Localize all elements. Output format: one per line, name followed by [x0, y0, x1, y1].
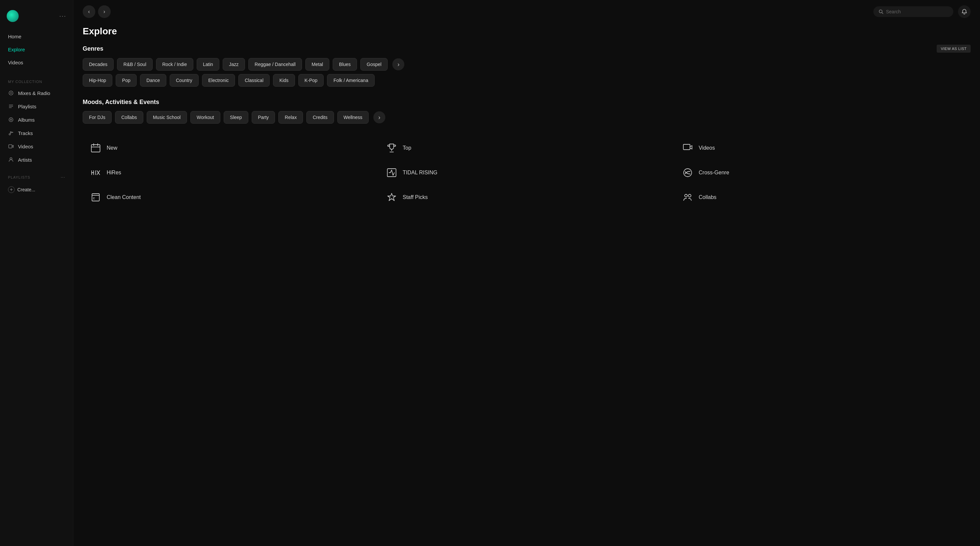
- view-as-list-button[interactable]: VIEW AS LIST: [937, 45, 970, 53]
- playlists-section: PLAYLISTS ··· + Create...: [0, 172, 73, 196]
- genres-row1-next-button[interactable]: ›: [392, 58, 404, 70]
- moods-next-button[interactable]: ›: [373, 111, 385, 123]
- genre-tag-rnb[interactable]: R&B / Soul: [117, 58, 152, 71]
- sidebar-item-tracks[interactable]: Tracks: [0, 126, 73, 140]
- sidebar-item-label: Explore: [8, 47, 25, 53]
- playlist-icon: [8, 103, 14, 109]
- genre-tag-reggae[interactable]: Reggae / Dancehall: [248, 58, 302, 71]
- genre-tag-rock[interactable]: Rock / Indie: [156, 58, 193, 71]
- mood-tag-fordjs[interactable]: For DJs: [83, 111, 112, 124]
- svg-point-26: [684, 169, 692, 177]
- album-icon: [8, 117, 14, 123]
- playlists-section-label: PLAYLISTS: [8, 175, 30, 179]
- discovery-collabs[interactable]: Collabs: [675, 185, 970, 210]
- mood-tag-musicschool[interactable]: Music School: [147, 111, 187, 124]
- track-icon: [8, 130, 14, 136]
- discovery-top-label: Top: [402, 145, 411, 151]
- svg-text:E: E: [93, 197, 95, 200]
- main-content: ‹ › Explore: [73, 0, 980, 546]
- calendar-icon: [89, 142, 102, 154]
- notifications-button[interactable]: [958, 5, 970, 18]
- svg-line-11: [882, 13, 883, 14]
- discovery-clean-label: Clean Content: [107, 194, 141, 201]
- sidebar-item-home[interactable]: Home: [0, 30, 73, 43]
- svg-point-7: [9, 134, 10, 135]
- sidebar-item-label: Mixes & Radio: [18, 90, 50, 96]
- sidebar-item-label: Videos: [18, 144, 33, 149]
- svg-point-29: [685, 194, 687, 197]
- discovery-hires-label: HiRes: [107, 170, 121, 176]
- genre-tag-latin[interactable]: Latin: [197, 58, 220, 71]
- create-label: Create...: [18, 187, 35, 192]
- genre-tag-pop[interactable]: Pop: [116, 74, 137, 87]
- genre-tag-jazz[interactable]: Jazz: [223, 58, 245, 71]
- mood-tag-relax[interactable]: Relax: [278, 111, 303, 124]
- discovery-new[interactable]: New: [83, 136, 379, 160]
- cross-genre-icon: [681, 166, 694, 179]
- collabs-icon: [681, 191, 694, 204]
- discovery-videos-label: Videos: [698, 145, 715, 151]
- discovery-staff-picks[interactable]: Staff Picks: [379, 185, 675, 210]
- plus-icon: +: [8, 186, 15, 193]
- sidebar-logo-area: ···: [0, 7, 73, 30]
- search-bar: [873, 6, 953, 17]
- sidebar-item-playlists[interactable]: Playlists: [0, 100, 73, 113]
- playlists-header: PLAYLISTS ···: [0, 172, 73, 183]
- genre-tag-folk[interactable]: Folk / Americana: [327, 74, 374, 87]
- mood-tag-sleep[interactable]: Sleep: [224, 111, 248, 124]
- sidebar-item-videos-col[interactable]: Videos: [0, 140, 73, 153]
- sidebar-item-explore[interactable]: Explore: [0, 43, 73, 56]
- genres-title: Genres: [83, 45, 103, 53]
- discovery-new-label: New: [107, 145, 117, 151]
- genre-tag-gospel[interactable]: Gospel: [360, 58, 388, 71]
- genre-tag-kpop[interactable]: K-Pop: [298, 74, 324, 87]
- sidebar-item-albums[interactable]: Albums: [0, 113, 73, 126]
- discovery-hires[interactable]: HiRes: [83, 160, 379, 185]
- discovery-clean-content[interactable]: E Clean Content: [83, 185, 379, 210]
- genre-tag-country[interactable]: Country: [170, 74, 199, 87]
- sidebar-item-label: Playlists: [18, 103, 37, 109]
- genre-tag-metal[interactable]: Metal: [305, 58, 329, 71]
- nav-arrows: ‹ ›: [83, 5, 111, 18]
- mood-tag-party[interactable]: Party: [252, 111, 275, 124]
- svg-rect-18: [683, 144, 690, 150]
- genres-row-2: Hip-Hop Pop Dance Country Electronic Cla…: [83, 74, 970, 87]
- genres-header: Genres VIEW AS LIST: [83, 45, 970, 53]
- discovery-staff-picks-label: Staff Picks: [402, 194, 428, 201]
- discovery-cross-genre-label: Cross-Genre: [698, 170, 729, 176]
- sidebar-item-label: Home: [8, 33, 21, 39]
- clean-icon: E: [89, 191, 102, 204]
- mood-tag-wellness[interactable]: Wellness: [337, 111, 369, 124]
- mood-tag-workout[interactable]: Workout: [190, 111, 220, 124]
- playlists-options-dots[interactable]: ···: [60, 174, 65, 180]
- back-button[interactable]: ‹: [83, 5, 95, 18]
- sidebar-item-mixes[interactable]: Mixes & Radio: [0, 86, 73, 100]
- search-input[interactable]: [886, 9, 948, 14]
- create-playlist-button[interactable]: + Create...: [0, 183, 73, 196]
- topbar-right: [873, 5, 970, 18]
- genre-tag-classical[interactable]: Classical: [238, 74, 270, 87]
- sidebar-menu-dots[interactable]: ···: [59, 13, 66, 20]
- star-icon: [385, 191, 398, 204]
- genre-tag-hiphop[interactable]: Hip-Hop: [83, 74, 112, 87]
- mood-tag-collabs[interactable]: Collabs: [115, 111, 143, 124]
- genre-tag-blues[interactable]: Blues: [332, 58, 357, 71]
- moods-section: Moods, Activities & Events For DJs Colla…: [83, 99, 970, 124]
- genre-tag-decades[interactable]: Decades: [83, 58, 114, 71]
- sidebar-item-artists[interactable]: Artists: [0, 153, 73, 166]
- video-icon: [8, 143, 14, 149]
- sidebar-item-videos[interactable]: Videos: [0, 56, 73, 69]
- genre-tag-kids[interactable]: Kids: [273, 74, 295, 87]
- discovery-top[interactable]: Top: [379, 136, 675, 160]
- discovery-collabs-label: Collabs: [698, 194, 716, 201]
- svg-point-1: [10, 92, 12, 94]
- discovery-tidal-rising[interactable]: TIDAL RISING: [379, 160, 675, 185]
- discovery-videos[interactable]: Videos: [675, 136, 970, 160]
- svg-point-30: [688, 194, 691, 197]
- mood-tag-credits[interactable]: Credits: [306, 111, 334, 124]
- forward-button[interactable]: ›: [98, 5, 111, 18]
- genre-tag-electronic[interactable]: Electronic: [202, 74, 235, 87]
- genre-tag-dance[interactable]: Dance: [140, 74, 166, 87]
- my-collection-label: MY COLLECTION: [0, 77, 73, 86]
- discovery-cross-genre[interactable]: Cross-Genre: [675, 160, 970, 185]
